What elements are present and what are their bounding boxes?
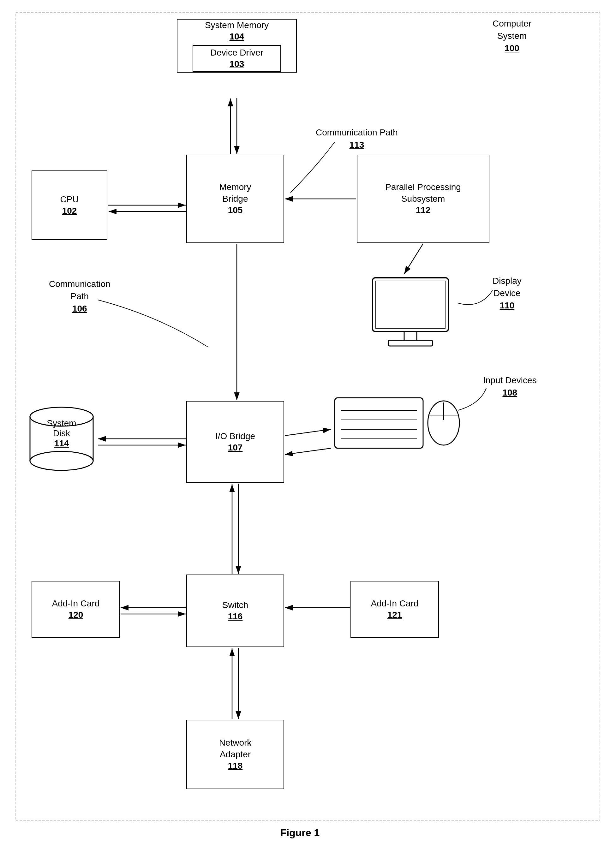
add-in-card-121-box: Add-In Card 121	[350, 581, 439, 638]
diagram-container: Computer System 100 System Memory 104 De…	[0, 0, 616, 858]
comm-path-113-label: Communication Path 113	[316, 126, 398, 151]
svg-line-24	[404, 244, 423, 274]
svg-rect-3	[388, 340, 432, 346]
input-devices-icon	[331, 388, 464, 465]
figure-label: Figure 1	[237, 827, 363, 839]
svg-rect-1	[376, 281, 445, 328]
svg-line-28	[285, 448, 331, 455]
svg-point-14	[30, 451, 93, 470]
display-device-label: Display Device 110	[493, 275, 522, 312]
io-bridge-box: I/O Bridge 107	[186, 401, 284, 483]
parallel-processing-box: Parallel Processing Subsystem 112	[357, 155, 489, 243]
cpu-box: CPU 102	[31, 171, 107, 240]
input-devices-label: Input Devices 108	[483, 374, 537, 399]
monitor-icon	[366, 275, 455, 364]
add-in-card-120-box: Add-In Card 120	[31, 581, 120, 638]
system-memory-box: System Memory 104 Device Driver 103	[177, 19, 297, 73]
network-adapter-box: Network Adapter 118	[186, 720, 284, 789]
system-disk-icon: System Disk 114	[19, 398, 104, 480]
device-driver-box: Device Driver 103	[193, 45, 281, 72]
memory-bridge-box: Memory Bridge 105	[186, 155, 284, 243]
svg-line-27	[285, 429, 331, 436]
comm-path-106-label: Communication Path 106	[49, 278, 110, 315]
svg-rect-4	[335, 398, 423, 448]
svg-rect-2	[404, 331, 417, 341]
computer-system-label: Computer System 100	[493, 17, 531, 54]
switch-box: Switch 116	[186, 575, 284, 647]
